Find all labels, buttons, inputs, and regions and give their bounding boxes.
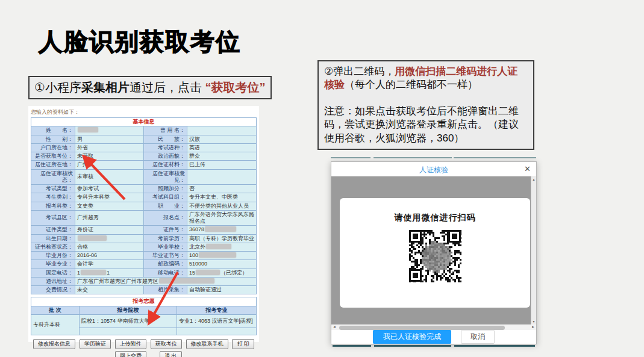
step1-bold-text: 采集相片: [81, 81, 130, 94]
field-value: [75, 234, 144, 243]
field-label: 相片采集：: [144, 286, 187, 294]
page-edge-line: [374, 345, 451, 347]
instruction-step1: ①小程序采集相片通过后，点击 “获取考位”: [28, 76, 272, 99]
table-row: 居住证审核状态：未审核居住证审核意见：: [31, 169, 257, 185]
field-label: 性 别：: [31, 135, 75, 143]
field-label: 职 业：: [144, 202, 187, 210]
scroll-up-icon[interactable]: ▲: [531, 178, 536, 181]
field-label: 居住证审核状态：: [31, 169, 75, 185]
field-label: 政治面貌：: [144, 152, 187, 161]
qr-card: 请使用微信进行扫码: [340, 198, 530, 308]
page-title: 人脸识别获取考位: [39, 25, 241, 58]
major-cell-empty: [177, 328, 257, 335]
page-edge-line: [374, 157, 452, 158]
volunteer-title: 报考志愿: [31, 297, 257, 306]
field-label: 毕业专业：: [31, 260, 75, 269]
field-label: 证书检查状态：: [31, 243, 75, 251]
field-label: 出生日期：: [31, 234, 75, 243]
scroll-right-icon[interactable]: ►: [531, 325, 535, 329]
table-row: 姓 名：曾 用 名：: [31, 126, 257, 135]
get-exam-seat-button[interactable]: 获取考位: [151, 339, 182, 349]
field-value: 汉族: [187, 135, 257, 143]
field-value: 专科升本科类: [75, 193, 144, 202]
field-value: 自动验证通过: [187, 286, 257, 294]
modify-registration-info-button[interactable]: 修改报名信息: [33, 339, 75, 349]
scroll-down-icon[interactable]: ▼: [531, 320, 536, 323]
basic-info-table: 基本信息姓 名：曾 用 名：性 别：男民 族：汉族户口所在地：外省考试语种：英语…: [31, 117, 257, 294]
table-row: 考试县区：广州越秀报名点：广东外语外贸大学东风东路报名点: [31, 210, 257, 226]
field-label: 居住证审核意见：: [144, 169, 187, 185]
exit-button[interactable]: 退 出: [160, 351, 182, 357]
step2-note: 注意：如果点击获取考位后不能弹窗出二维码，尝试更换浏览器登录重新点击。（建议使用…: [324, 105, 528, 145]
form-buttons-row2: 网上交费退 出: [115, 351, 257, 357]
volunteer-data-row: 专科升本科院校1：10574 华南师范大学专业1：4063 汉语言文学[函授]: [31, 314, 257, 328]
volunteer-body: 报考志愿批 次报考院校报考专业专科升本科院校1：10574 华南师范大学专业1：…: [31, 297, 257, 335]
redacted-text: [196, 270, 220, 275]
field-value: 否: [187, 185, 257, 193]
field-label: 户口所在地：: [31, 143, 75, 152]
field-label: 曾 用 名：: [144, 126, 187, 135]
field-value: 专升本文史、中医类: [187, 193, 257, 202]
field-label: 考试科目组：: [144, 193, 187, 202]
table-row: 考试类型：参加考试照顾加分：否: [31, 185, 257, 193]
scroll-left-icon[interactable]: ◄: [333, 325, 336, 329]
field-value: 合格: [75, 243, 144, 251]
field-label: 固定电话：: [31, 269, 75, 277]
field-value: [187, 169, 257, 185]
column-header: 批 次: [31, 306, 80, 314]
major-cell: 专业1：4063 汉语言文学[函授]: [177, 314, 257, 328]
table-row: 证书检查状态：合格毕业学校：北京外: [31, 243, 257, 251]
dialog-footer: 我已人证核验完成 取消: [331, 330, 536, 344]
field-value: 参加考试: [75, 185, 144, 193]
redacted-text: [78, 235, 107, 241]
close-icon[interactable]: ✕: [524, 164, 531, 173]
page-edge-line: [333, 345, 371, 347]
field-label: 证件类型：: [31, 226, 75, 234]
field-label: 通讯地址：: [31, 277, 75, 285]
redacted-text: [205, 226, 236, 232]
table-row: 交费情况：未交相片采集：自动验证通过: [31, 286, 257, 294]
upload-attachment-button[interactable]: 上传附件: [115, 339, 146, 349]
college-cell: 院校1：10574 华南师范大学: [80, 314, 177, 328]
field-value: 广州越秀: [75, 210, 144, 226]
field-value: 北京外: [187, 243, 257, 251]
cancel-button[interactable]: 取消: [461, 330, 495, 344]
field-value: 2016-06: [75, 252, 144, 260]
college-cell-empty: [80, 328, 177, 335]
column-header: 报考专业: [177, 306, 257, 314]
field-value: 510000: [187, 260, 257, 269]
step2-paragraph: ②弹出二维码，用微信扫描二维码进行人证核验（每个人的二维码都不一样）: [324, 65, 528, 92]
print-button[interactable]: 打 印: [232, 339, 254, 349]
field-value: 广东省广州市越秀区广州市越秀区: [75, 277, 257, 285]
field-value: 未交: [75, 286, 144, 294]
page-edge-line: [331, 157, 370, 158]
field-label: 毕业证书号：: [144, 252, 187, 260]
table-row: 报考科类：文史类职 业：不便分类的其他从业人员: [31, 202, 257, 210]
field-value: 广州市: [75, 161, 144, 169]
step2-paren-text: （每个人的二维码都不一样）: [345, 79, 478, 90]
field-label: 居住证材料：: [144, 161, 187, 169]
basic-info-title-row: 基本信息: [31, 118, 257, 126]
table-row: 居住证所在地：广州市居住证材料：已上传: [31, 161, 257, 169]
field-value: [75, 126, 144, 135]
field-label: 照顾加分：: [144, 185, 187, 193]
redacted-text: [81, 270, 106, 275]
modify-contact-phone-button[interactable]: 修改联系手机: [186, 339, 228, 349]
dialog-titlebar: 人证核验 ✕: [331, 162, 536, 176]
verification-done-button[interactable]: 我已人证核验完成: [373, 330, 451, 344]
instruction-step2: ②弹出二维码，用微信扫描二维码进行人证核验（每个人的二维码都不一样） 注意：如果…: [317, 60, 534, 150]
table-row: 出生日期：考前学历：高职（专科）学历教育毕业: [31, 234, 257, 243]
vertical-scrollbar[interactable]: ▲ ▼: [531, 176, 536, 324]
credential-verification-button[interactable]: 学历验证: [80, 339, 111, 349]
field-label: 毕业学校：: [144, 243, 187, 251]
field-label: 毕业月份：: [31, 252, 75, 260]
field-value: 未审核: [75, 169, 144, 185]
basic-info-body: 基本信息姓 名：曾 用 名：性 别：男民 族：汉族户口所在地：外省考试语种：英语…: [31, 118, 257, 294]
online-payment-button[interactable]: 网上交费: [115, 351, 146, 357]
field-value: 男: [75, 135, 144, 143]
horizontal-scroll-thumb[interactable]: [339, 326, 505, 330]
field-value: 外省: [75, 143, 144, 152]
volunteer-title-row: 报考志愿: [31, 297, 257, 306]
dialog-title: 人证核验: [331, 165, 536, 175]
table-row: 性 别：男民 族：汉族: [31, 135, 257, 143]
